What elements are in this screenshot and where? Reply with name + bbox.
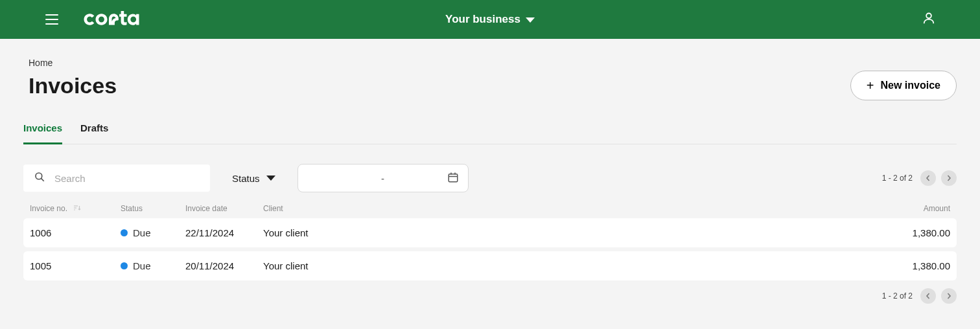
date-filter-value: - [381, 173, 384, 184]
search-input[interactable] [53, 172, 200, 185]
status-filter[interactable]: Status [226, 173, 282, 184]
business-switcher[interactable]: Your business [445, 13, 535, 26]
col-status[interactable]: Status [121, 204, 185, 213]
calendar-icon [447, 172, 459, 185]
pager-prev-button[interactable] [920, 170, 936, 186]
table-row[interactable]: 1006 Due 22/11/2024 Your client 1,380.00 [23, 218, 957, 247]
col-client[interactable]: Client [263, 204, 859, 213]
tab-drafts[interactable]: Drafts [80, 122, 108, 144]
sort-icon [73, 204, 81, 213]
cell-client: Your client [263, 227, 859, 238]
status-dot-icon [121, 229, 128, 236]
pager-top: 1 - 2 of 2 [882, 170, 957, 186]
pager-next-button[interactable] [941, 288, 957, 304]
search-wrap [23, 164, 210, 192]
logo[interactable] [83, 11, 150, 28]
tabs: Invoices Drafts [23, 122, 957, 144]
plus-icon: + [867, 79, 874, 92]
page-content: Home Invoices + New invoice Invoices Dra… [0, 39, 980, 329]
cell-amount: 1,380.00 [859, 227, 950, 238]
topnav: Your business [0, 0, 980, 39]
page-title: Invoices [29, 73, 117, 98]
menu-icon[interactable] [45, 14, 58, 25]
caret-down-icon [266, 176, 275, 181]
col-invoice-no[interactable]: Invoice no. [30, 204, 121, 213]
tab-invoices[interactable]: Invoices [23, 122, 62, 144]
table-row[interactable]: 1005 Due 20/11/2024 Your client 1,380.00 [23, 251, 957, 280]
new-invoice-label: New invoice [881, 80, 940, 91]
pager-next-button[interactable] [941, 170, 957, 186]
svg-rect-3 [449, 174, 458, 181]
svg-line-2 [41, 178, 43, 181]
search-icon [34, 171, 45, 185]
user-icon[interactable] [922, 11, 936, 28]
svg-point-0 [926, 13, 931, 18]
cell-client: Your client [263, 260, 859, 271]
new-invoice-button[interactable]: + New invoice [850, 71, 957, 100]
pager-text: 1 - 2 of 2 [882, 291, 913, 301]
col-invoice-date[interactable]: Invoice date [185, 204, 263, 213]
caret-down-icon [526, 17, 535, 23]
cell-status: Due [121, 227, 185, 238]
table-header: Invoice no. Status Invoice date Client A… [23, 204, 957, 218]
pager-prev-button[interactable] [920, 288, 936, 304]
cell-date: 20/11/2024 [185, 260, 263, 271]
col-amount[interactable]: Amount [859, 204, 950, 213]
business-label: Your business [445, 13, 520, 26]
breadcrumb-home[interactable]: Home [29, 58, 52, 68]
cell-amount: 1,380.00 [859, 260, 950, 271]
filter-row: Status - 1 - 2 of 2 [23, 164, 957, 192]
cell-date: 22/11/2024 [185, 227, 263, 238]
status-filter-label: Status [232, 173, 260, 184]
cell-status: Due [121, 260, 185, 271]
date-filter[interactable]: - [298, 164, 469, 192]
pager-text: 1 - 2 of 2 [882, 174, 913, 183]
status-dot-icon [121, 262, 128, 269]
cell-invoice-no: 1005 [30, 260, 121, 271]
cell-invoice-no: 1006 [30, 227, 121, 238]
pager-bottom: 1 - 2 of 2 [882, 288, 957, 304]
svg-point-1 [36, 173, 42, 179]
